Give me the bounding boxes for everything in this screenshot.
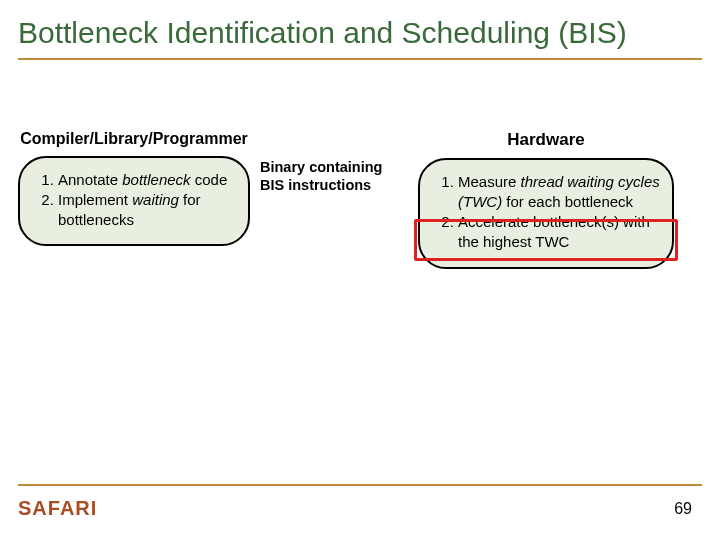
page-number: 69 bbox=[674, 500, 692, 518]
left-column-header: Compiler/Library/Programmer bbox=[18, 130, 250, 148]
right-column-header: Hardware bbox=[418, 130, 674, 150]
text: BIS instructions bbox=[260, 177, 371, 193]
text: for each bottleneck bbox=[502, 193, 633, 210]
highlight-box bbox=[414, 219, 678, 261]
middle-text: Binary containing BIS instructions bbox=[256, 158, 412, 196]
text: Measure bbox=[458, 173, 521, 190]
text: code bbox=[191, 171, 228, 188]
left-column: Compiler/Library/Programmer Annotate bot… bbox=[18, 130, 250, 247]
list-item: Measure thread waiting cycles (TWC) for … bbox=[458, 172, 660, 213]
emphasis: bottleneck bbox=[122, 171, 190, 188]
content-row: Compiler/Library/Programmer Annotate bot… bbox=[18, 130, 702, 269]
slide-title: Bottleneck Identification and Scheduling… bbox=[18, 14, 702, 52]
list-item: Implement waiting for bottlenecks bbox=[58, 190, 236, 231]
list-item: Annotate bottleneck code bbox=[58, 170, 236, 190]
middle-column: Binary containing BIS instructions bbox=[256, 130, 412, 196]
title-underline bbox=[18, 58, 702, 60]
right-column: Hardware Measure thread waiting cycles (… bbox=[418, 130, 674, 269]
safari-logo: SAFARI bbox=[18, 497, 97, 520]
footer-divider bbox=[18, 484, 702, 486]
text: Implement bbox=[58, 191, 132, 208]
left-box: Annotate bottleneck code Implement waiti… bbox=[18, 156, 250, 247]
right-box: Measure thread waiting cycles (TWC) for … bbox=[418, 158, 674, 269]
text: Binary containing bbox=[260, 159, 382, 175]
emphasis: waiting bbox=[132, 191, 179, 208]
text: Annotate bbox=[58, 171, 122, 188]
